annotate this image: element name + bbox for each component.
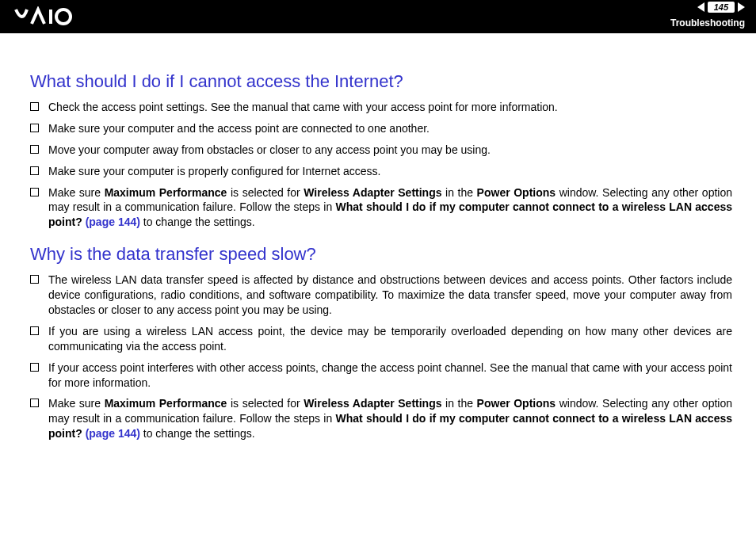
header-bar: 145 Troubleshooting [0,0,756,33]
list-item: The wireless LAN data transfer speed is … [30,273,732,318]
list-item: Make sure your computer is properly conf… [30,164,732,179]
svg-point-1 [56,10,71,24]
list-text: Make sure Maximum Performance is selecte… [48,396,732,441]
bullet-icon [30,363,39,372]
bullet-icon [30,275,39,284]
bullet-icon [30,166,39,175]
list-item: If you are using a wireless LAN access p… [30,324,732,354]
list-text: Make sure your computer is properly conf… [48,164,732,179]
bullet-icon [30,145,39,154]
next-page-arrow-icon[interactable] [738,2,745,12]
bullet-icon [30,102,39,111]
page-144-link[interactable]: (page 144) [86,427,140,440]
list-item: Move your computer away from obstacles o… [30,143,732,158]
bullet-icon [30,399,39,407]
list-text: If you are using a wireless LAN access p… [48,324,732,354]
list-item: Make sure Maximum Performance is selecte… [30,185,732,231]
list-item: Check the access point settings. See the… [30,100,732,115]
list-text: Check the access point settings. See the… [48,100,732,115]
bullet-icon [30,124,39,132]
bullet-icon [30,188,39,196]
vaio-logo [14,6,86,30]
section-title: Troubleshooting [670,17,745,29]
svg-rect-0 [49,10,52,24]
list-text: If your access point interferes with oth… [48,360,732,391]
list-item: Make sure your computer and the access p… [30,121,732,136]
content-area: What should I do if I cannot access the … [0,33,756,463]
bullet-icon [30,326,39,335]
list-item: Make sure Maximum Performance is selecte… [30,396,732,441]
list-text: Make sure your computer and the access p… [48,121,732,136]
heading-internet-access: What should I do if I cannot access the … [30,71,732,92]
heading-transfer-speed: Why is the data transfer speed slow? [30,244,732,265]
list-text: Move your computer away from obstacles o… [48,143,732,158]
list-item: If your access point interferes with oth… [30,360,732,391]
list-text: Make sure Maximum Performance is selecte… [48,185,732,231]
list-text: The wireless LAN data transfer speed is … [48,273,732,318]
prev-page-arrow-icon[interactable] [697,2,704,12]
page-144-link[interactable]: (page 144) [86,216,140,228]
page-navigation: 145 [697,2,745,13]
page-number: 145 [708,2,735,13]
list-transfer-speed: The wireless LAN data transfer speed is … [30,273,732,441]
list-internet-access: Check the access point settings. See the… [30,100,732,230]
